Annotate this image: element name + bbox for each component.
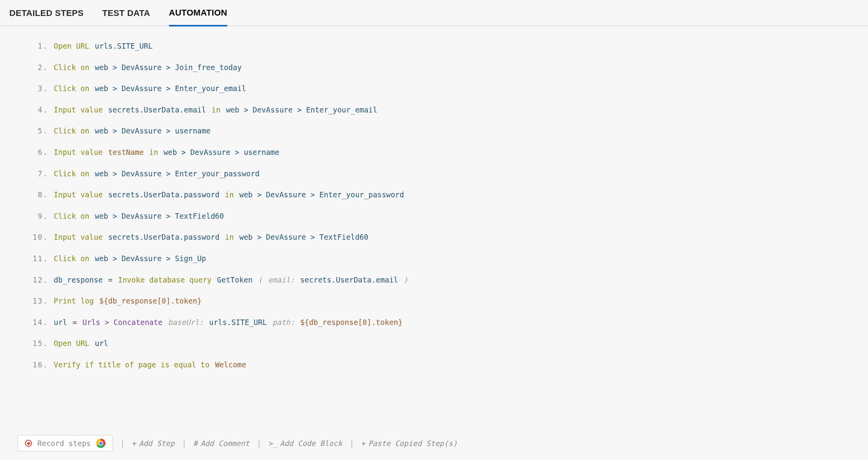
step-number: 7.: [27, 169, 48, 179]
automation-step[interactable]: 14.url=Urls > ConcatenatebaseUrl:urls.SI…: [27, 312, 868, 333]
step-number: 15.: [27, 338, 48, 349]
step-token-pth[interactable]: web > DevAssure > Enter_your_password: [239, 190, 404, 200]
step-token-val[interactable]: urls.SITE_URL: [209, 317, 267, 328]
step-token-kw: Open URL: [54, 338, 90, 349]
automation-step[interactable]: 6.Input valuetestNameinweb > DevAssure >…: [27, 142, 868, 163]
step-content: Verify if title of page is equal toWelco…: [54, 360, 246, 370]
automation-step[interactable]: 11.Click onweb > DevAssure > Sign_Up: [27, 248, 868, 269]
add-code-block-button[interactable]: >_Add Code Block: [269, 439, 342, 448]
automation-step[interactable]: 8.Input valuesecrets.UserData.passwordin…: [27, 184, 868, 205]
step-token-kw: Click on: [54, 211, 90, 221]
step-token-lit[interactable]: Welcome: [215, 360, 246, 370]
toolbar-separator: |: [120, 439, 125, 448]
automation-step[interactable]: 4.Input valuesecrets.UserData.emailinweb…: [27, 99, 868, 121]
step-token-val[interactable]: urls.SITE_URL: [95, 41, 153, 51]
step-number: 6.: [27, 147, 48, 158]
step-number: 16.: [27, 360, 48, 370]
step-token-eq: =: [108, 275, 112, 285]
toolbar-separator: |: [257, 439, 262, 448]
step-content: Click onweb > DevAssure > Enter_your_ema…: [54, 83, 246, 94]
step-token-kw: in: [225, 190, 234, 200]
automation-steps-list: 1.Open URLurls.SITE_URL2.Click onweb > D…: [0, 26, 868, 376]
step-content: Click onweb > DevAssure > username: [54, 126, 211, 136]
step-token-kw: in: [149, 147, 158, 158]
step-token-kw: Input value: [54, 232, 103, 242]
step-token-val[interactable]: secrets.UserData.email: [108, 105, 206, 115]
chrome-icon: [96, 439, 105, 448]
add-comment-button[interactable]: #Add Comment: [194, 439, 250, 448]
step-token-lit[interactable]: testName: [108, 147, 144, 158]
step-number: 10.: [27, 232, 48, 242]
automation-step[interactable]: 9.Click onweb > DevAssure > TextField60: [27, 205, 868, 227]
bottom-toolbar: Record steps | +Add Step | #Add Comment …: [18, 435, 850, 451]
step-token-val[interactable]: secrets.UserData.password: [108, 190, 220, 200]
step-token-gray: ): [404, 275, 408, 285]
step-token-lit[interactable]: ${db_response[0].token}: [99, 296, 202, 306]
step-token-pth[interactable]: web > DevAssure > Enter_your_email: [95, 83, 246, 94]
paste-copied-steps-button[interactable]: +Paste Copied Step(s): [362, 439, 457, 448]
step-number: 4.: [27, 105, 48, 115]
step-token-lit[interactable]: ${db_response[0].token}: [300, 317, 402, 328]
step-token-kw: Print log: [54, 296, 94, 306]
step-token-pth[interactable]: url: [95, 338, 108, 349]
step-token-gray: baseUrl:: [168, 317, 204, 328]
automation-step[interactable]: 1.Open URLurls.SITE_URL: [27, 35, 868, 57]
step-token-pth[interactable]: web > DevAssure > Enter_your_email: [226, 105, 377, 115]
step-token-pth[interactable]: web > DevAssure > Join_free_today: [95, 62, 242, 73]
step-content: Open URLurl: [54, 338, 108, 349]
step-content: Input valuesecrets.UserData.passwordinwe…: [54, 232, 368, 242]
tabs-bar: DETAILED STEPS TEST DATA AUTOMATION: [0, 0, 868, 26]
step-content: Click onweb > DevAssure > Enter_your_pas…: [54, 169, 260, 179]
step-token-kw: Input value: [54, 190, 103, 200]
step-token-kw: Verify if title of page is equal to: [54, 360, 209, 370]
step-token-val[interactable]: secrets.UserData.password: [108, 232, 220, 242]
step-token-kw: Click on: [54, 169, 90, 179]
automation-step[interactable]: 15.Open URLurl: [27, 333, 868, 354]
automation-step[interactable]: 5.Click onweb > DevAssure > username: [27, 120, 868, 142]
step-token-pth[interactable]: web > DevAssure > Enter_your_password: [95, 169, 260, 179]
step-token-kw: Click on: [54, 62, 90, 73]
record-steps-button[interactable]: Record steps: [18, 435, 113, 451]
automation-step[interactable]: 12.db_response=Invoke database queryGetT…: [27, 269, 868, 291]
step-token-pth[interactable]: db_response: [54, 275, 103, 285]
step-content: Input valuesecrets.UserData.emailinweb >…: [54, 105, 377, 115]
step-number: 14.: [27, 317, 48, 328]
step-token-pth[interactable]: url: [54, 317, 67, 328]
step-content: Click onweb > DevAssure > Join_free_toda…: [54, 62, 242, 73]
step-content: url=Urls > ConcatenatebaseUrl:urls.SITE_…: [54, 317, 402, 328]
step-number: 5.: [27, 126, 48, 136]
step-token-pth[interactable]: web > DevAssure > TextField60: [95, 211, 224, 221]
record-steps-label: Record steps: [37, 439, 91, 448]
tab-detailed-steps[interactable]: DETAILED STEPS: [9, 0, 84, 25]
add-step-button[interactable]: +Add Step: [132, 439, 175, 448]
step-token-pth[interactable]: web > DevAssure > username: [95, 126, 211, 136]
step-token-purple[interactable]: Urls > Concatenate: [83, 317, 163, 328]
step-token-pth[interactable]: web > DevAssure > Sign_Up: [95, 253, 206, 264]
automation-step[interactable]: 10.Input valuesecrets.UserData.passwordi…: [27, 226, 868, 248]
step-content: Input valuetestNameinweb > DevAssure > u…: [54, 147, 279, 158]
step-token-kw: Input value: [54, 105, 103, 115]
automation-step[interactable]: 7.Click onweb > DevAssure > Enter_your_p…: [27, 163, 868, 184]
step-content: Click onweb > DevAssure > TextField60: [54, 211, 224, 221]
automation-step[interactable]: 2.Click onweb > DevAssure > Join_free_to…: [27, 57, 868, 78]
tab-automation[interactable]: AUTOMATION: [169, 0, 227, 26]
step-token-kw: in: [225, 232, 234, 242]
step-number: 3.: [27, 83, 48, 94]
step-number: 2.: [27, 62, 48, 73]
automation-step[interactable]: 13.Print log${db_response[0].token}: [27, 290, 868, 312]
step-number: 12.: [27, 275, 48, 285]
automation-step[interactable]: 3.Click onweb > DevAssure > Enter_your_e…: [27, 78, 868, 99]
automation-step[interactable]: 16.Verify if title of page is equal toWe…: [27, 354, 868, 376]
record-icon: [25, 440, 32, 447]
step-token-kw: Click on: [54, 126, 90, 136]
step-token-pth[interactable]: web > DevAssure > username: [163, 147, 279, 158]
step-token-pth[interactable]: web > DevAssure > TextField60: [239, 232, 369, 242]
step-content: Open URLurls.SITE_URL: [54, 41, 153, 51]
step-token-gray: path:: [272, 317, 295, 328]
step-token-val[interactable]: secrets.UserData.email: [300, 275, 398, 285]
step-token-gray: email:: [268, 275, 295, 285]
step-token-pth[interactable]: GetToken: [217, 275, 253, 285]
tab-test-data[interactable]: TEST DATA: [102, 0, 150, 25]
step-number: 9.: [27, 211, 48, 221]
step-token-kw: Open URL: [54, 41, 90, 51]
